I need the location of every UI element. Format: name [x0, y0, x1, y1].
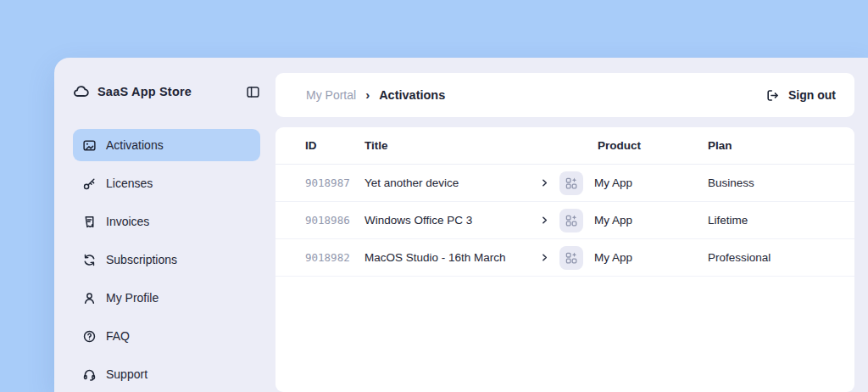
question-circle-icon: [82, 329, 97, 344]
activations-table: ID Title Product Plan 9018987 Yet anothe…: [275, 127, 854, 392]
sidebar: SaaS App Store Activations: [54, 58, 275, 392]
product-name: My App: [594, 251, 632, 264]
sidebar-item-invoices[interactable]: Invoices: [73, 205, 260, 238]
sign-out-icon: [765, 88, 780, 103]
sign-out-button[interactable]: Sign out: [765, 88, 836, 103]
column-header-title: Title: [364, 139, 530, 152]
table-header-row: ID Title Product Plan: [275, 127, 854, 165]
cell-plan: Lifetime: [708, 214, 837, 227]
sidebar-item-subscriptions[interactable]: Subscriptions: [73, 244, 260, 276]
cell-id: 9018982: [305, 251, 364, 264]
cell-plan: Business: [708, 176, 837, 189]
breadcrumb-separator-icon: ›: [365, 88, 370, 103]
breadcrumb-activations: Activations: [379, 88, 445, 102]
sidebar-item-label: Support: [106, 367, 147, 382]
breadcrumb: My Portal › Activations: [306, 88, 445, 103]
sign-out-label: Sign out: [788, 88, 836, 102]
main-content: My Portal › Activations Sign out ID Titl…: [275, 58, 868, 392]
cell-id: 9018987: [305, 176, 364, 189]
chevron-right-icon: [539, 177, 550, 188]
sidebar-item-faq[interactable]: FAQ: [73, 320, 260, 352]
app-grid-icon: [559, 209, 583, 232]
column-header-id: ID: [305, 139, 364, 152]
table-row[interactable]: 9018986 Windows Office PC 3: [275, 202, 854, 239]
app-title: SaaS App Store: [97, 85, 192, 98]
cell-plan: Professional: [708, 251, 837, 264]
person-icon: [82, 291, 97, 305]
sidebar-nav: Activations Licenses: [73, 129, 260, 390]
sidebar-toggle-icon[interactable]: [246, 85, 260, 99]
cell-product: My App: [559, 209, 708, 232]
sidebar-item-my-profile[interactable]: My Profile: [73, 282, 260, 314]
breadcrumb-my-portal[interactable]: My Portal: [306, 88, 356, 102]
cell-title: Windows Office PC 3: [364, 214, 530, 227]
cell-title: Yet another device: [364, 176, 530, 189]
product-name: My App: [594, 214, 632, 227]
sidebar-item-activations[interactable]: Activations: [73, 129, 260, 161]
sidebar-item-support[interactable]: Support: [73, 358, 260, 390]
column-header-plan: Plan: [708, 139, 837, 152]
chevron-right-icon: [539, 215, 550, 226]
cell-product: My App: [559, 246, 708, 270]
sidebar-item-label: Activations: [106, 137, 164, 153]
product-name: My App: [594, 176, 632, 189]
logo-row: SaaS App Store: [73, 80, 260, 104]
sidebar-item-label: Licenses: [106, 176, 153, 191]
cell-title: MacOS Studio - 16th March: [364, 251, 530, 264]
app-window: SaaS App Store Activations: [54, 58, 868, 392]
chevron-right-icon: [539, 252, 550, 263]
row-expand-button[interactable]: [530, 177, 559, 188]
activations-icon: [82, 138, 97, 153]
app-grid-icon: [559, 171, 583, 195]
sidebar-item-label: FAQ: [106, 328, 130, 344]
column-header-product: Product: [559, 139, 708, 152]
headset-icon: [82, 367, 97, 382]
row-expand-button[interactable]: [530, 252, 559, 263]
table-row[interactable]: 9018982 MacOS Studio - 16th March: [275, 239, 854, 277]
app-grid-icon: [559, 246, 583, 270]
sidebar-item-licenses[interactable]: Licenses: [73, 167, 260, 199]
table-row[interactable]: 9018987 Yet another device: [275, 165, 854, 202]
key-icon: [82, 176, 97, 191]
top-bar: My Portal › Activations Sign out: [275, 73, 854, 117]
row-expand-button[interactable]: [530, 215, 559, 226]
cloud-logo-icon: [73, 84, 89, 100]
cell-id: 9018986: [305, 214, 364, 227]
receipt-icon: [82, 215, 97, 229]
refresh-icon: [82, 253, 97, 267]
sidebar-item-label: Subscriptions: [106, 252, 177, 267]
sidebar-item-label: My Profile: [106, 290, 159, 305]
sidebar-item-label: Invoices: [106, 214, 149, 229]
cell-product: My App: [559, 171, 708, 195]
